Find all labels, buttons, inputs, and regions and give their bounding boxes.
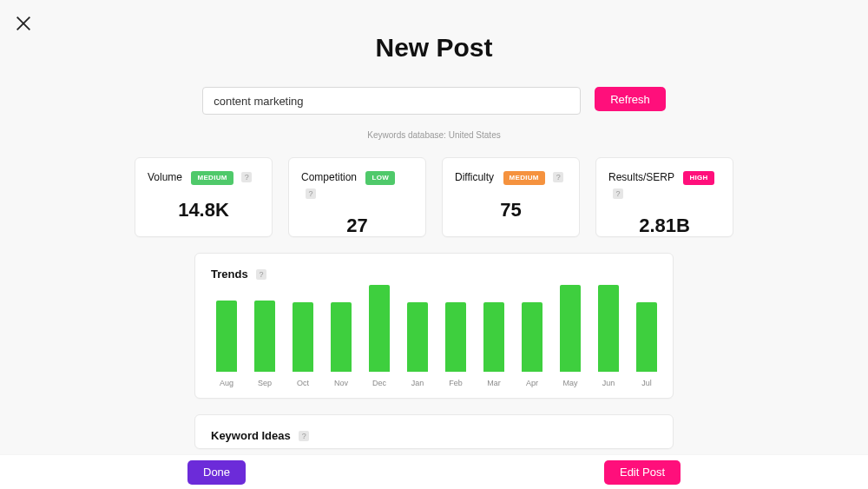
- trends-bar: Oct: [293, 302, 313, 387]
- database-note: Keywords database: United States: [0, 130, 868, 140]
- keyword-ideas-panel: Keyword Ideas ?: [194, 414, 674, 449]
- trends-bar: Aug: [216, 301, 237, 387]
- bar: [216, 301, 237, 372]
- badge-competition: LOW: [365, 171, 395, 185]
- bar: [407, 302, 428, 372]
- close-button[interactable]: [14, 14, 33, 36]
- done-button[interactable]: Done: [187, 460, 246, 485]
- trends-bar: Sep: [254, 301, 275, 387]
- close-icon: [14, 21, 33, 36]
- bar-label: Mar: [487, 379, 501, 387]
- help-icon[interactable]: ?: [306, 188, 316, 199]
- card-difficulty-label: Difficulty: [455, 171, 494, 183]
- keyword-ideas-title: Keyword Ideas: [211, 429, 291, 442]
- bottom-bar: Done Edit Post: [0, 454, 868, 489]
- trends-bar: Nov: [331, 302, 352, 387]
- card-competition-value: 27: [301, 215, 413, 237]
- bar: [598, 285, 619, 372]
- trends-bar: Mar: [483, 302, 504, 387]
- card-difficulty-value: 75: [455, 199, 567, 221]
- bar-label: Sep: [258, 379, 272, 387]
- card-volume-label: Volume: [148, 171, 182, 183]
- card-volume: Volume MEDIUM ? 14.8K: [135, 157, 273, 237]
- help-icon[interactable]: ?: [299, 431, 309, 441]
- refresh-button[interactable]: Refresh: [595, 87, 666, 111]
- help-icon[interactable]: ?: [241, 172, 252, 182]
- bar-label: Jun: [602, 379, 615, 387]
- card-results-value: 2.81B: [608, 215, 720, 237]
- trends-bar: Jun: [598, 285, 619, 387]
- bar-label: Aug: [220, 379, 233, 387]
- bar: [293, 302, 313, 372]
- page-title: New Post: [0, 33, 868, 63]
- bar: [331, 302, 352, 372]
- bar-label: Nov: [334, 379, 348, 387]
- keyword-input[interactable]: [202, 87, 581, 115]
- trends-title: Trends: [211, 268, 248, 281]
- card-competition: Competition LOW ? 27: [288, 157, 426, 237]
- bar-label: Apr: [526, 379, 538, 387]
- bar: [369, 285, 390, 372]
- card-results: Results/SERP HIGH ? 2.81B: [595, 157, 733, 237]
- card-volume-value: 14.8K: [148, 199, 260, 221]
- trends-bar: May: [560, 285, 581, 387]
- search-row: Refresh: [0, 87, 868, 115]
- bar: [522, 302, 542, 372]
- trends-chart: AugSepOctNovDecJanFebMarAprMayJunJul: [211, 292, 657, 387]
- help-icon[interactable]: ?: [553, 172, 563, 182]
- bar-label: Jan: [411, 379, 424, 387]
- bar-label: Oct: [297, 379, 309, 387]
- bar-label: Dec: [372, 379, 386, 387]
- badge-difficulty: MEDIUM: [503, 171, 545, 185]
- trends-bar: Jul: [636, 302, 657, 387]
- metrics-row: Volume MEDIUM ? 14.8K Competition LOW ? …: [0, 157, 868, 237]
- badge-results: HIGH: [683, 171, 713, 185]
- bar: [445, 302, 466, 372]
- trends-panel: Trends ? AugSepOctNovDecJanFebMarAprMayJ…: [194, 253, 674, 399]
- card-difficulty: Difficulty MEDIUM ? 75: [442, 157, 580, 237]
- card-competition-label: Competition: [301, 171, 357, 183]
- trends-bar: Feb: [445, 302, 466, 387]
- bar-label: May: [562, 379, 577, 387]
- bar: [560, 285, 581, 372]
- help-icon[interactable]: ?: [613, 188, 623, 199]
- trends-bar: Dec: [369, 285, 390, 387]
- trends-bar: Jan: [407, 302, 428, 387]
- badge-volume: MEDIUM: [191, 171, 233, 185]
- trends-bar: Apr: [522, 302, 542, 387]
- card-results-label: Results/SERP: [608, 171, 674, 183]
- help-icon[interactable]: ?: [256, 269, 266, 280]
- edit-post-button[interactable]: Edit Post: [604, 460, 681, 485]
- bar: [636, 302, 657, 372]
- bar-label: Jul: [641, 379, 652, 387]
- bar: [483, 302, 504, 372]
- bar-label: Feb: [449, 379, 463, 387]
- bar: [254, 301, 275, 372]
